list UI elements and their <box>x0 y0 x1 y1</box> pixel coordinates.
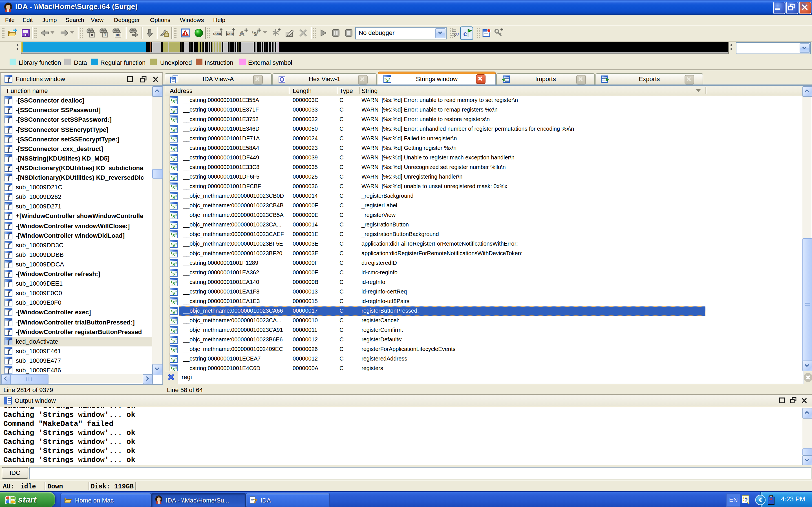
svg-text:s: s <box>172 193 175 200</box>
svg-text:s: s <box>172 337 175 343</box>
svg-text:s: s <box>172 222 175 228</box>
svg-text:s: s <box>172 145 175 152</box>
svg-text:s: s <box>172 107 175 114</box>
svg-text:s: s <box>172 289 175 295</box>
svg-text:s: s <box>172 231 175 238</box>
svg-text:s: s <box>172 116 175 123</box>
svg-text:s: s <box>172 183 175 190</box>
svg-text:s: s <box>172 126 175 133</box>
svg-text:s: s <box>172 241 175 247</box>
svg-text:T: T <box>104 33 107 37</box>
svg-text:s: s <box>172 250 175 257</box>
svg-text:s: s <box>172 164 175 171</box>
svg-text:s: s <box>172 327 175 334</box>
svg-text:s: s <box>172 260 175 267</box>
svg-text:s: s <box>172 270 175 276</box>
svg-text:‘s’: ‘s’ <box>252 30 259 37</box>
svg-text:s: s <box>172 356 175 362</box>
svg-text:s: s <box>172 365 175 371</box>
svg-text:s: s <box>172 318 175 324</box>
svg-text:101: 101 <box>115 33 120 37</box>
svg-text:s: s <box>172 212 175 219</box>
svg-text:CODE: CODE <box>213 32 222 36</box>
svg-text:s: s <box>172 346 175 353</box>
svg-text:s: s <box>172 174 175 180</box>
svg-text:s: s <box>172 97 175 104</box>
svg-text:s: s <box>172 155 175 161</box>
svg-text:s: s <box>172 298 175 305</box>
svg-text:s: s <box>172 308 175 315</box>
svg-text:A: A <box>239 29 245 38</box>
svg-text:c: c <box>463 30 467 38</box>
svg-text:DATA: DATA <box>226 32 234 36</box>
svg-text:c: c <box>456 31 459 37</box>
svg-text:?: ? <box>253 497 257 504</box>
svg-text:s: s <box>172 203 175 209</box>
svg-text:#: # <box>91 33 93 37</box>
svg-text:s: s <box>172 135 175 142</box>
svg-text:s: s <box>172 279 175 286</box>
